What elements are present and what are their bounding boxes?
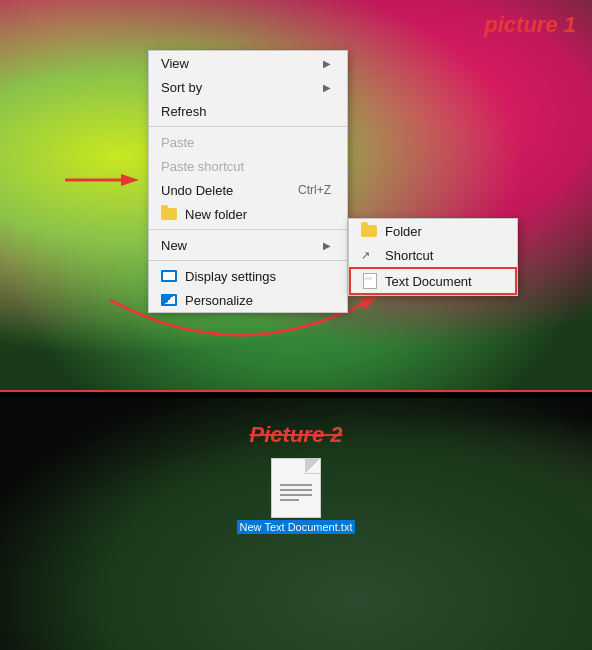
submenu-shortcut-label: Shortcut [385,248,433,263]
file-line-3 [280,494,312,496]
new-folder-label: New folder [185,207,247,222]
picture1-label: picture 1 [484,12,576,38]
new-label: New [161,238,187,253]
refresh-label: Refresh [161,104,207,119]
sort-by-label: Sort by [161,80,202,95]
menu-item-paste-shortcut[interactable]: Paste shortcut [149,154,347,178]
submenu-item-text-document[interactable]: Text Document [349,267,517,295]
menu-item-new[interactable]: New ▶ [149,233,347,257]
menu-item-view[interactable]: View ▶ [149,51,347,75]
red-arrow-icon [55,155,145,205]
display-settings-icon [161,270,177,282]
view-label: View [161,56,189,71]
separator-2 [149,229,347,230]
menu-item-sort-by[interactable]: Sort by ▶ [149,75,347,99]
submenu-item-shortcut[interactable]: Shortcut [349,243,517,267]
file-line-1 [280,484,312,486]
submenu-shortcut-icon [361,247,377,263]
menu-item-display-settings[interactable]: Display settings [149,264,347,288]
submenu-new: Folder Shortcut Text Document [348,218,518,296]
file-line-2 [280,489,312,491]
menu-item-undo-delete[interactable]: Undo Delete Ctrl+Z [149,178,347,202]
picture2-label-text: Picture 2 [250,422,343,447]
picture2-section: Picture 2 New Text Document.txt [0,398,592,650]
separator-3 [149,260,347,261]
menu-item-paste[interactable]: Paste [149,130,347,154]
separator-1 [149,126,347,127]
menu-item-personalize[interactable]: Personalize [149,288,347,312]
paste-label: Paste [161,135,194,150]
section-divider [0,390,592,398]
menu-item-new-folder[interactable]: New folder [149,202,347,226]
text-file-icon [271,458,321,518]
file-lines [280,484,312,501]
sort-by-arrow-icon: ▶ [323,82,331,93]
submenu-folder-label: Folder [385,224,422,239]
submenu-item-folder[interactable]: Folder [349,219,517,243]
file-name-label[interactable]: New Text Document.txt [237,520,356,534]
display-settings-label: Display settings [185,269,276,284]
undo-delete-label: Undo Delete [161,183,233,198]
view-arrow-icon: ▶ [323,58,331,69]
picture2-label: Picture 2 [250,422,343,448]
paste-shortcut-label: Paste shortcut [161,159,244,174]
undo-delete-shortcut: Ctrl+Z [298,183,331,197]
new-arrow-icon: ▶ [323,240,331,251]
personalize-icon [161,294,177,306]
submenu-textdoc-icon [363,273,377,289]
picture1-section: picture 1 View ▶ Sort by ▶ Refresh [0,0,592,390]
folder-icon [161,208,177,220]
submenu-textdoc-label: Text Document [385,274,472,289]
context-menu: View ▶ Sort by ▶ Refresh Paste Pa [148,50,348,313]
file-line-4 [280,499,299,501]
menu-item-refresh[interactable]: Refresh [149,99,347,123]
file-container: New Text Document.txt [246,458,346,534]
personalize-label: Personalize [185,293,253,308]
submenu-folder-icon [361,225,377,237]
